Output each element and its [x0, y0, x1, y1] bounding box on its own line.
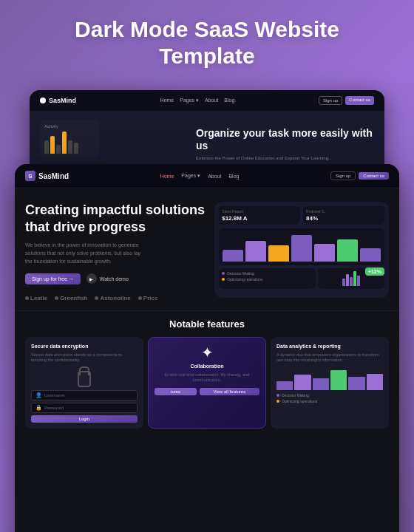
sales-report-value: $12.8M A — [222, 215, 297, 222]
watch-demo-button[interactable]: ▶ Watch demo — [86, 273, 129, 284]
brand-pricc: Pricc — [138, 295, 158, 301]
front-hero-left: Creating impactful solutions that drive … — [25, 202, 207, 301]
mini-username-field[interactable]: 👤 Username — [31, 390, 138, 400]
dashboard-mockup: Sales Report $12.8M A Realized G. 84% — [214, 202, 389, 298]
brand-asto: Astonoline — [95, 295, 130, 301]
front-logo-text: SasMind — [38, 172, 69, 180]
chart-bar-3 — [268, 245, 289, 262]
analytics-bar-6 — [367, 374, 383, 391]
back-logo: SasMind — [40, 97, 76, 104]
front-hero-title: Creating impactful solutions that drive … — [25, 202, 207, 235]
feature-security-icon-area — [31, 368, 138, 387]
view-all-collab-btn[interactable]: View all features — [200, 388, 259, 395]
brand-leatle: Leatle — [25, 295, 47, 301]
front-hero-buttons: Sign up for free → ▶ Watch demo — [25, 273, 207, 284]
cards-container: SasMind Home Pages ▾ About Blog Sign up … — [0, 83, 414, 519]
dashboard-bottom: Decision Making Optimizing operations — [219, 268, 384, 289]
feature-collab-desc: Enable real-time collaboration, file sha… — [155, 372, 259, 383]
back-chart-bars — [44, 132, 95, 154]
collab-buttons-row: tures View all features — [155, 388, 259, 395]
feature-security-desc: Secure data encryption stands as a corne… — [31, 352, 138, 364]
front-nav-about[interactable]: About — [208, 174, 221, 179]
page-title-section: Dark Mode SaaS Website Template — [0, 0, 414, 83]
mini-password-field[interactable]: 🔒 Password — [31, 403, 138, 413]
features-label-btn[interactable]: tures — [155, 388, 197, 395]
chart-bar-2 — [245, 241, 266, 262]
front-brand-logos: Leatle Greenfish Astonoline Pricc — [25, 295, 207, 301]
brand-greenfish: Greenfish — [55, 295, 87, 301]
front-nav-blog[interactable]: Blog — [228, 174, 239, 179]
chart-bar-4 — [291, 235, 312, 262]
list-label-1: Decision Making — [227, 271, 254, 276]
mini-login-button[interactable]: Login — [31, 415, 138, 423]
list-item-2: Optimizing operations — [222, 277, 313, 282]
analytics-bar-1 — [276, 381, 293, 390]
analytics-dot-2 — [276, 400, 279, 403]
front-logo-glyph: S — [28, 173, 32, 180]
collab-icon: ✦ — [155, 344, 259, 361]
back-activity-label: Activity — [44, 124, 95, 129]
realized-value: 84% — [306, 215, 381, 222]
list-dot-2 — [222, 278, 225, 281]
back-nav-btns: Sign up Contact us — [319, 96, 374, 105]
front-logo-icon: S — [25, 171, 35, 181]
sales-report-label: Sales Report — [222, 209, 297, 214]
front-nav-links: Home Pages ▾ About Blog — [160, 173, 240, 179]
back-logo-text: SasMind — [49, 97, 76, 104]
front-nav-home[interactable]: Home — [160, 174, 174, 179]
front-nav-pages[interactable]: Pages ▾ — [181, 173, 200, 179]
back-contact-button[interactable]: Contact us — [345, 96, 374, 105]
analytics-label-2: Optimizing operations — [282, 399, 317, 403]
mini-username-text: Username — [44, 393, 133, 398]
chart-bar-7 — [360, 248, 381, 262]
chart-bar-1 — [223, 250, 243, 262]
realized-card: Realized G. 84% — [303, 206, 384, 225]
analytics-bars — [276, 368, 383, 390]
mini-bar-5 — [357, 276, 360, 286]
mini-bar-3 — [350, 277, 353, 286]
analytics-dot-1 — [276, 394, 279, 397]
analytics-bar-2 — [294, 375, 310, 390]
sales-report-card: Sales Report $12.8M A — [219, 206, 300, 225]
mini-chart — [342, 271, 360, 286]
front-contact-button[interactable]: Contact us — [359, 172, 389, 180]
lock-icon — [78, 371, 91, 387]
back-hero-title: Organize your task more easily with us — [196, 127, 374, 152]
mini-bar-4 — [353, 271, 356, 286]
features-section: Notable features Secure data encryption … — [15, 310, 399, 436]
analytics-list-1: Decision Making — [276, 393, 383, 398]
front-nav: S SasMind Home Pages ▾ About Blog Sign u… — [15, 164, 399, 188]
feature-collab-title: Collaboration — [155, 363, 259, 369]
signup-cta-button[interactable]: Sign up for free → — [25, 273, 81, 284]
feature-security-title: Secure data encryption — [31, 343, 138, 349]
bar-6 — [74, 143, 78, 154]
analytics-label-1: Decision Making — [282, 393, 309, 398]
analytics-list-2: Optimizing operations — [276, 399, 383, 403]
feature-card-security: Secure data encryption Secure data encry… — [25, 337, 143, 429]
mini-bar-1 — [342, 279, 345, 286]
list-dot-1 — [222, 272, 225, 275]
analytics-bar-3 — [313, 378, 329, 391]
lock-small-icon: 🔒 — [35, 405, 42, 411]
feature-card-collab: ✦ Collaboration Enable real-time collabo… — [148, 337, 266, 429]
back-signup-button[interactable]: Sign up — [319, 96, 342, 105]
feature-analytics-title: Data analytics & reporting — [276, 343, 383, 349]
features-title: Notable features — [25, 318, 389, 330]
chart-bar-6 — [337, 239, 358, 262]
front-card: S SasMind Home Pages ▾ About Blog Sign u… — [15, 164, 399, 532]
percent-badge: +12% — [365, 267, 384, 276]
bar-4 — [62, 132, 67, 154]
front-signup-button[interactable]: Sign up — [330, 171, 356, 180]
front-nav-btns: Sign up Contact us — [330, 171, 389, 180]
back-logo-dot — [40, 98, 46, 103]
collab-icon-area: ✦ — [155, 344, 259, 361]
back-nav-pages: Pages ▾ — [180, 98, 199, 103]
analytics-bar-5 — [348, 377, 364, 390]
front-hero-desc: We believe in the power of innovation to… — [25, 241, 143, 266]
brand-dot-3 — [95, 296, 98, 300]
dash-list-card: Decision Making Optimizing operations — [219, 268, 316, 289]
front-logo: S SasMind — [25, 171, 69, 181]
dashboard-chart — [219, 228, 384, 265]
brand-dot-4 — [138, 296, 142, 300]
realized-label: Realized G. — [306, 209, 381, 214]
